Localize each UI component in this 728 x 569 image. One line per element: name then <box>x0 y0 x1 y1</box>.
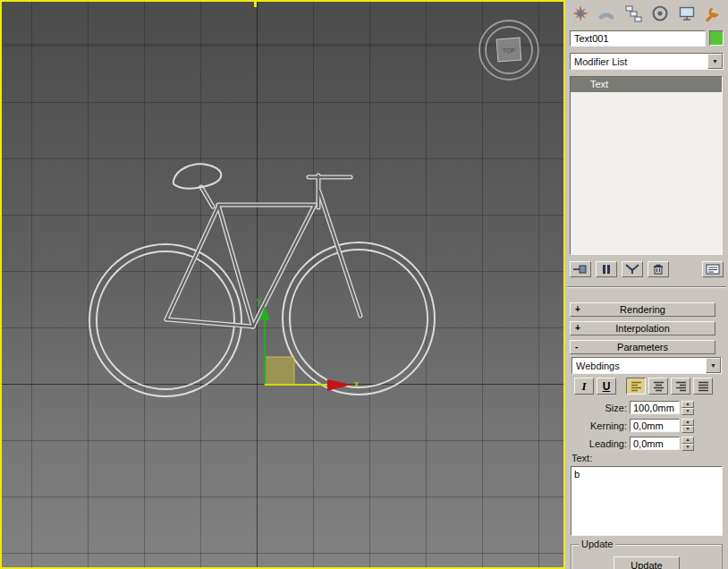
viewport-top[interactable]: y x TOP <box>0 0 565 569</box>
view-cube-label: TOP <box>503 47 516 54</box>
3ds-max-window: y x TOP <box>0 0 728 569</box>
pin-stack-icon[interactable] <box>570 261 591 277</box>
spinner-down-icon[interactable]: ▼ <box>681 426 694 433</box>
align-left-button[interactable] <box>626 378 646 395</box>
bicycle-shape[interactable] <box>89 164 435 396</box>
make-unique-icon[interactable] <box>622 261 643 277</box>
spinner-up-icon[interactable]: ▲ <box>681 401 694 408</box>
leading-row: Leading: ▲ ▼ <box>570 436 724 451</box>
modifier-stack-toolbar <box>570 260 724 277</box>
modifier-list-value[interactable]: Modifier List <box>571 54 707 69</box>
chevron-down-icon[interactable]: ▼ <box>707 54 723 69</box>
panel-separator <box>567 286 726 288</box>
size-row: Size: ▲ ▼ <box>570 400 724 415</box>
spinner-down-icon[interactable]: ▼ <box>681 408 694 415</box>
font-combo[interactable]: Webdings ▼ <box>571 357 722 374</box>
size-spinner: ▲ ▼ <box>681 401 694 415</box>
axis-y-label: y <box>257 296 261 306</box>
object-name-input[interactable] <box>570 30 706 47</box>
kerning-label: Kerning: <box>570 420 627 431</box>
motion-tab-icon[interactable] <box>648 4 671 24</box>
rollout-expand-icon: + <box>575 323 580 333</box>
gizmo-x-arrow[interactable] <box>327 379 351 391</box>
size-label: Size: <box>570 403 627 413</box>
show-end-result-icon[interactable] <box>596 261 617 277</box>
axis-x-label: x <box>354 379 359 389</box>
create-tab-icon[interactable] <box>569 4 591 24</box>
viewport-border-tick <box>254 0 257 7</box>
display-tab-icon[interactable] <box>675 4 698 24</box>
object-name-row <box>570 30 724 47</box>
rollout-rendering[interactable]: + Rendering <box>570 302 715 317</box>
scene-svg: y x TOP <box>0 0 565 569</box>
rollout-parameters-label: Parameters <box>617 342 668 352</box>
update-button[interactable]: Update <box>614 556 680 569</box>
rollout-expand-icon: + <box>575 304 580 314</box>
command-panel: Modifier List ▼ Text <box>565 0 728 569</box>
rollout-interpolation[interactable]: + Interpolation <box>570 321 715 335</box>
align-justify-button[interactable] <box>693 378 713 395</box>
leading-label: Leading: <box>570 438 627 449</box>
spinner-down-icon[interactable]: ▼ <box>681 444 694 451</box>
rollout-rendering-label: Rendering <box>620 304 665 315</box>
modifier-stack-item-text[interactable]: Text <box>571 77 722 92</box>
rollout-collapse-icon: - <box>575 342 578 352</box>
configure-modifier-sets-icon[interactable] <box>702 261 724 277</box>
spinner-up-icon[interactable]: ▲ <box>681 419 694 426</box>
update-group-label: Update <box>579 539 615 549</box>
update-group: Update Update <box>571 544 723 569</box>
utilities-tab-icon[interactable] <box>702 4 724 24</box>
underline-button[interactable]: U <box>597 378 616 395</box>
rollout-parameters[interactable]: - Parameters <box>570 340 715 354</box>
remove-modifier-icon[interactable] <box>648 261 669 277</box>
kerning-input[interactable] <box>630 419 680 432</box>
chevron-down-icon[interactable]: ▼ <box>706 358 721 373</box>
view-rotation-gizmo[interactable]: TOP <box>479 21 538 80</box>
leading-input[interactable] <box>630 437 680 450</box>
align-center-button[interactable] <box>648 378 668 395</box>
text-content-input[interactable]: b <box>571 466 723 536</box>
text-field-label: Text: <box>571 453 592 463</box>
leading-spinner: ▲ ▼ <box>681 437 694 451</box>
object-color-swatch[interactable] <box>709 30 724 46</box>
hierarchy-tab-icon[interactable] <box>622 4 645 24</box>
kerning-spinner: ▲ ▼ <box>681 419 694 433</box>
kerning-row: Kerning: ▲ ▼ <box>570 418 724 433</box>
rollout-interpolation-label: Interpolation <box>615 323 670 334</box>
modify-tab-icon[interactable] <box>596 4 618 24</box>
command-panel-tabs <box>569 3 724 24</box>
modifier-list-combo[interactable]: Modifier List ▼ <box>570 53 724 70</box>
transform-gizmo[interactable]: y x <box>257 296 359 391</box>
align-right-button[interactable] <box>671 378 690 395</box>
gizmo-xy-plane-handle[interactable] <box>265 357 294 385</box>
modifier-stack-list[interactable]: Text <box>570 76 723 255</box>
italic-button[interactable]: I <box>574 378 594 395</box>
size-input[interactable] <box>630 401 680 414</box>
text-style-toolbar: I U <box>574 378 715 395</box>
font-combo-value[interactable]: Webdings <box>572 358 706 373</box>
spinner-up-icon[interactable]: ▲ <box>681 437 694 444</box>
